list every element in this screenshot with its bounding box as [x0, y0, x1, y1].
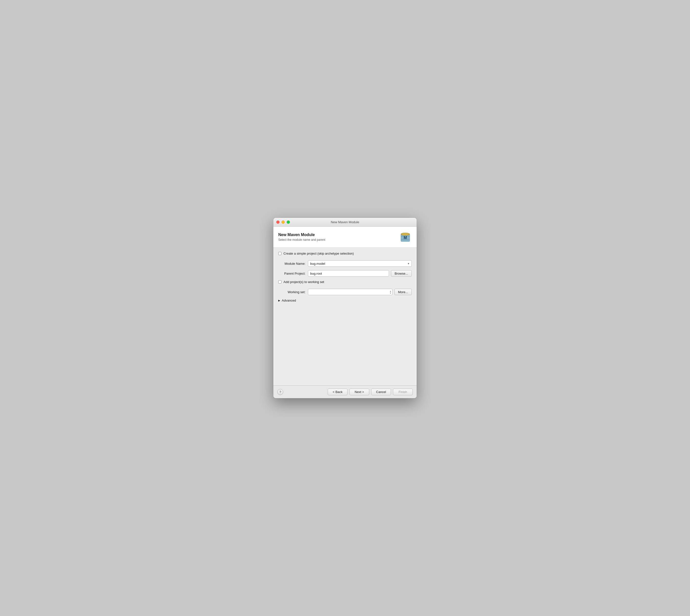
advanced-label: Advanced	[282, 299, 296, 302]
dialog-window: New Maven Module New Maven Module Select…	[273, 218, 417, 398]
simple-project-row: Create a simple project (skip archetype …	[278, 251, 412, 255]
module-name-select[interactable]: bug.model	[308, 260, 412, 267]
content-section: Create a simple project (skip archetype …	[273, 248, 417, 386]
close-button[interactable]	[276, 220, 280, 224]
cancel-button[interactable]: Cancel	[371, 389, 391, 395]
working-set-control: ▲ ▼	[308, 289, 393, 295]
working-set-label: Working set:	[278, 290, 308, 294]
working-set-row: Working set: ▲ ▼ More...	[278, 289, 412, 295]
module-name-select-wrapper: bug.model ▼	[308, 260, 412, 267]
svg-text:M: M	[404, 236, 407, 240]
dialog-subtitle: Select the module name and parent	[278, 238, 325, 242]
maven-icon: M	[399, 230, 412, 243]
traffic-lights	[276, 220, 290, 224]
finish-button[interactable]: Finish	[393, 389, 413, 395]
add-working-set-label[interactable]: Add project(s) to working set	[284, 280, 324, 284]
triangle-right-icon: ▶	[278, 299, 280, 302]
window-title: New Maven Module	[331, 220, 359, 224]
parent-project-input[interactable]	[308, 270, 389, 277]
parent-project-control	[308, 270, 389, 277]
more-button[interactable]: More...	[395, 289, 412, 295]
footer-left: ?	[277, 389, 283, 395]
header-text: New Maven Module Select the module name …	[278, 233, 325, 242]
dialog-header: New Maven Module Select the module name …	[273, 227, 417, 248]
footer-buttons: < Back Next > Cancel Finish	[328, 389, 413, 395]
dialog-footer: ? < Back Next > Cancel Finish	[273, 386, 417, 398]
simple-project-checkbox[interactable]	[278, 252, 282, 255]
maximize-button[interactable]	[287, 220, 290, 224]
module-name-label: Module Name:	[278, 262, 308, 265]
content-spacer	[278, 302, 412, 381]
parent-project-row: Parent Project: Browse...	[278, 270, 412, 277]
title-bar: New Maven Module	[273, 218, 417, 227]
next-button[interactable]: Next >	[350, 389, 369, 395]
advanced-row[interactable]: ▶ Advanced	[278, 299, 412, 302]
add-working-set-checkbox[interactable]	[278, 280, 282, 284]
parent-project-label: Parent Project:	[278, 272, 308, 276]
minimize-button[interactable]	[282, 220, 285, 224]
browse-button[interactable]: Browse...	[391, 270, 412, 277]
help-button[interactable]: ?	[277, 389, 283, 395]
module-name-row: Module Name: bug.model ▼	[278, 260, 412, 267]
add-working-set-row: Add project(s) to working set	[278, 280, 412, 284]
working-set-input[interactable]	[308, 289, 393, 295]
back-button[interactable]: < Back	[328, 389, 348, 395]
dialog-title: New Maven Module	[278, 233, 325, 237]
simple-project-label[interactable]: Create a simple project (skip archetype …	[284, 251, 354, 255]
module-name-control: bug.model ▼	[308, 260, 412, 267]
svg-point-5	[402, 233, 409, 235]
